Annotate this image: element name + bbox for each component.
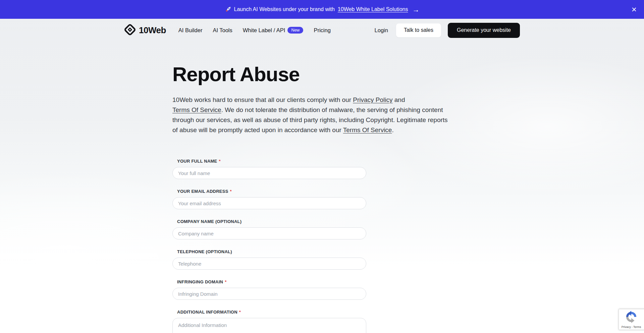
field-label: ADDITIONAL INFORMATION* (177, 310, 366, 315)
nav-links: AI BuilderAI ToolsWhite Label / APINewPr… (178, 27, 331, 34)
field-label: YOUR FULL NAME* (177, 159, 366, 164)
report-abuse-form: YOUR FULL NAME*YOUR EMAIL ADDRESS*COMPAN… (172, 159, 366, 333)
field-infringing-domain: INFRINGING DOMAIN* (172, 279, 366, 300)
required-asterisk: * (239, 310, 241, 315)
field-label: COMPANY NAME (OPTIONAL) (177, 219, 366, 224)
talk-to-sales-button[interactable]: Talk to sales (396, 23, 441, 38)
recaptcha-privacy-terms[interactable]: Privacy - Terms (622, 325, 644, 329)
field-additional-information: ADDITIONAL INFORMATION* (172, 310, 366, 333)
close-icon[interactable]: × (632, 5, 637, 14)
page-title: Report Abuse (172, 62, 494, 87)
banner-link[interactable]: 10Web White Label Solutions (338, 6, 408, 12)
logo[interactable]: 10Web (124, 24, 166, 37)
nav-link-label: AI Tools (213, 27, 232, 34)
nav-link-white-label-api[interactable]: White Label / APINew (243, 27, 304, 34)
arrow-right-icon[interactable]: → (412, 6, 419, 13)
logo-icon (124, 24, 136, 37)
new-badge: New (287, 27, 303, 34)
field-label-text: INFRINGING DOMAIN (177, 279, 223, 284)
intro-link-terms-of-service[interactable]: Terms Of Service (343, 126, 392, 133)
nav-link-ai-tools[interactable]: AI Tools (213, 27, 232, 34)
nav-link-label: White Label / API (243, 27, 285, 34)
your-email-address-input[interactable] (172, 197, 366, 209)
intro-paragraph: 10Web works hard to ensure that all our … (172, 95, 494, 135)
intro-link-terms-of-service[interactable]: Terms Of Service (172, 106, 221, 113)
top-navigation: 10Web AI BuilderAI ToolsWhite Label / AP… (0, 19, 644, 42)
recaptcha-badge[interactable]: Privacy - Terms (619, 309, 644, 330)
field-company-name-optional: COMPANY NAME (OPTIONAL) (172, 219, 366, 239)
promo-banner: Launch AI Websites under your brand with… (0, 0, 644, 19)
field-label: INFRINGING DOMAIN* (177, 279, 366, 284)
company-name-optional-input[interactable] (172, 227, 366, 239)
field-label-text: YOUR EMAIL ADDRESS (177, 189, 228, 194)
generate-website-button[interactable]: Generate your website (448, 23, 520, 38)
nav-link-label: AI Builder (178, 27, 203, 34)
nav-link-label: Pricing (314, 27, 330, 34)
intro-link-privacy-policy[interactable]: Privacy Policy (353, 96, 392, 103)
main-content: Report Abuse 10Web works hard to ensure … (172, 62, 494, 333)
logo-text: 10Web (139, 25, 166, 36)
required-asterisk: * (230, 189, 232, 194)
rocket-icon (225, 6, 231, 13)
field-your-full-name: YOUR FULL NAME* (172, 159, 366, 179)
telephone-optional-input[interactable] (172, 258, 366, 270)
banner-text: Launch AI Websites under your brand with (234, 6, 335, 12)
field-label-text: YOUR FULL NAME (177, 159, 217, 164)
recaptcha-icon (625, 311, 642, 325)
field-label-text: TELEPHONE (OPTIONAL) (177, 249, 232, 254)
field-label: YOUR EMAIL ADDRESS* (177, 189, 366, 194)
login-link[interactable]: Login (375, 27, 388, 34)
nav-link-pricing[interactable]: Pricing (314, 27, 330, 34)
infringing-domain-input[interactable] (172, 288, 366, 300)
field-your-email-address: YOUR EMAIL ADDRESS* (172, 189, 366, 209)
required-asterisk: * (225, 279, 226, 284)
field-label-text: COMPANY NAME (OPTIONAL) (177, 219, 241, 224)
field-label: TELEPHONE (OPTIONAL) (177, 249, 366, 254)
nav-link-ai-builder[interactable]: AI Builder (178, 27, 203, 34)
field-telephone-optional: TELEPHONE (OPTIONAL) (172, 249, 366, 270)
field-label-text: ADDITIONAL INFORMATION (177, 310, 237, 315)
required-asterisk: * (219, 159, 221, 164)
additional-information-textarea[interactable] (172, 318, 366, 333)
your-full-name-input[interactable] (172, 167, 366, 179)
